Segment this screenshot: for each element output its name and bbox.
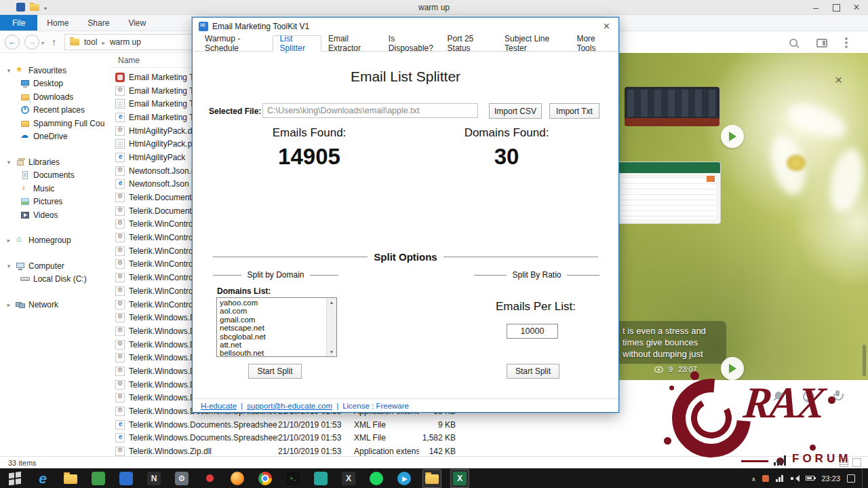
scroll-up-icon[interactable]	[330, 298, 334, 307]
telegram-icon[interactable]	[395, 469, 414, 488]
sidebar-item[interactable]: Desktop	[0, 77, 110, 91]
search-icon[interactable]	[789, 38, 799, 48]
file-row[interactable]: Telerik.Windows.Documents.Spreadshee... …	[110, 418, 868, 432]
share-button[interactable]	[721, 357, 744, 380]
menu-item[interactable]: Home	[37, 15, 78, 31]
back-button[interactable]	[5, 35, 20, 50]
message-image[interactable]	[616, 162, 721, 224]
microphone-icon[interactable]	[833, 390, 842, 402]
recent-locations-chevron-icon[interactable]	[41, 37, 44, 47]
dialog-tab[interactable]: Subject Line Tester	[498, 35, 570, 51]
chevron-down-icon[interactable]	[44, 3, 47, 12]
breadcrumb-current[interactable]: warm up	[110, 37, 141, 47]
sidebar-toggle-icon[interactable]	[816, 39, 827, 48]
import-txt-button[interactable]: Import Txt	[549, 103, 599, 119]
dialog-tab[interactable]: Email Extractor	[321, 35, 382, 51]
start-split-ratio-button[interactable]: Start Split	[507, 364, 559, 379]
sidebar-item[interactable]: Videos	[0, 208, 110, 222]
volume-icon[interactable]	[791, 475, 799, 482]
sidebar-item[interactable]: ▸ Network	[0, 298, 110, 312]
app-icon-3[interactable]	[311, 469, 330, 488]
folder-icon[interactable]	[30, 4, 39, 11]
expand-collapse-icon[interactable]: ▾	[5, 159, 12, 166]
domain-list-item[interactable]: sbcglobal.net	[220, 333, 334, 341]
show-desktop-button[interactable]	[862, 468, 865, 488]
up-button[interactable]	[52, 37, 56, 48]
selected-file-input[interactable]	[262, 103, 478, 118]
opera-icon[interactable]	[200, 469, 219, 488]
support-email-link[interactable]: support@h-educate.com	[247, 402, 332, 410]
file-row[interactable]: Telerik.Windows.Zip.dll 21/10/2019 01:53…	[110, 445, 868, 456]
close-button[interactable]	[852, 3, 861, 12]
dialog-tab[interactable]: More Tools	[570, 35, 617, 51]
dialog-tab[interactable]: Warmup - Schedule	[198, 35, 273, 51]
close-icon[interactable]	[835, 73, 842, 86]
scrollbar-thumb[interactable]	[863, 345, 866, 376]
clock[interactable]: 23:23	[821, 474, 840, 483]
sidebar-item[interactable]: OneDrive	[0, 130, 110, 144]
close-icon[interactable]	[601, 21, 612, 32]
firefox-icon[interactable]	[228, 469, 247, 488]
expand-collapse-icon[interactable]: ▸	[5, 237, 12, 244]
expand-collapse-icon[interactable]: ▾	[5, 263, 12, 269]
domain-list-item[interactable]: yahoo.com	[220, 299, 334, 307]
import-csv-button[interactable]: Import CSV	[489, 103, 542, 119]
details-view-button[interactable]	[840, 458, 848, 467]
forward-button[interactable]	[24, 35, 39, 50]
domain-list-item[interactable]: netscape.net	[220, 324, 334, 332]
terminal-icon[interactable]: >_	[283, 469, 302, 488]
sidebar-item[interactable]: Spamming Full Cou	[0, 117, 110, 130]
sidebar-item[interactable]: ▾ Libraries	[0, 155, 110, 169]
xbox-icon[interactable]: X	[339, 469, 358, 488]
expand-collapse-icon[interactable]: ▾	[5, 67, 12, 74]
file-menu[interactable]: File	[0, 15, 37, 31]
sidebar-item[interactable]: Downloads	[0, 90, 110, 104]
dialog-tab[interactable]: Port 25 Status	[441, 35, 498, 51]
notepad-icon[interactable]: N	[144, 469, 163, 488]
domain-list-item[interactable]: aol.com	[220, 307, 334, 315]
domain-list-item[interactable]: bellsouth.net	[220, 349, 334, 357]
thumbnails-view-button[interactable]	[852, 458, 861, 467]
battery-icon[interactable]	[806, 476, 814, 481]
chrome-icon[interactable]	[256, 469, 275, 488]
settings-icon[interactable]: ⚙	[172, 469, 191, 488]
sidebar-item[interactable]: Pictures	[0, 195, 110, 209]
message-image[interactable]	[625, 87, 719, 126]
app-icon-1[interactable]	[89, 469, 108, 488]
sidebar-item[interactable]: Music	[0, 182, 110, 195]
minimize-button[interactable]	[811, 3, 821, 12]
emails-per-list-input[interactable]	[507, 324, 558, 339]
excel-icon[interactable]: X	[450, 469, 469, 488]
network-icon[interactable]	[776, 475, 784, 482]
breadcrumb-root[interactable]: tool	[84, 37, 97, 47]
listbox-scrollbar[interactable]	[326, 298, 336, 356]
maximize-button[interactable]	[831, 3, 841, 12]
app-icon-2[interactable]	[117, 469, 136, 488]
start-button[interactable]	[5, 469, 24, 488]
sidebar-item[interactable]: ▾ Computer	[0, 259, 110, 273]
sidebar-item[interactable]: Local Disk (C:)	[0, 273, 110, 286]
sidebar-item[interactable]: ▾ Favourites	[0, 64, 110, 77]
brand-link[interactable]: H-educate	[201, 402, 237, 410]
menu-dots-icon[interactable]	[845, 37, 848, 48]
sidebar-item[interactable]: Recent places	[0, 104, 110, 117]
domain-list-item[interactable]: gmail.com	[220, 316, 334, 324]
sidebar-item[interactable]: Documents	[0, 169, 110, 183]
folder-window-icon[interactable]	[422, 469, 441, 488]
file-explorer-icon[interactable]	[61, 469, 80, 488]
domains-listbox[interactable]: yahoo.com aol.com gmail.com netscape.net…	[216, 297, 337, 357]
tray-app-icon[interactable]	[762, 475, 769, 482]
scroll-down-icon[interactable]	[330, 348, 334, 356]
spotify-icon[interactable]	[367, 469, 386, 488]
file-row[interactable]: Telerik.Windows.Documents.Spreadsheet 21…	[110, 432, 868, 445]
share-button[interactable]	[721, 125, 744, 148]
expand-collapse-icon[interactable]: ▸	[5, 301, 12, 308]
action-center-icon[interactable]	[847, 474, 855, 483]
dialog-tab[interactable]: List Splitter	[273, 35, 321, 52]
mute-bell-icon[interactable]	[772, 390, 785, 402]
menu-item[interactable]: Share	[78, 15, 119, 31]
menu-item[interactable]: View	[119, 15, 155, 31]
emoji-icon[interactable]	[803, 391, 814, 402]
edge-icon[interactable]: e	[33, 469, 52, 488]
column-header-name[interactable]: Name	[118, 56, 140, 65]
